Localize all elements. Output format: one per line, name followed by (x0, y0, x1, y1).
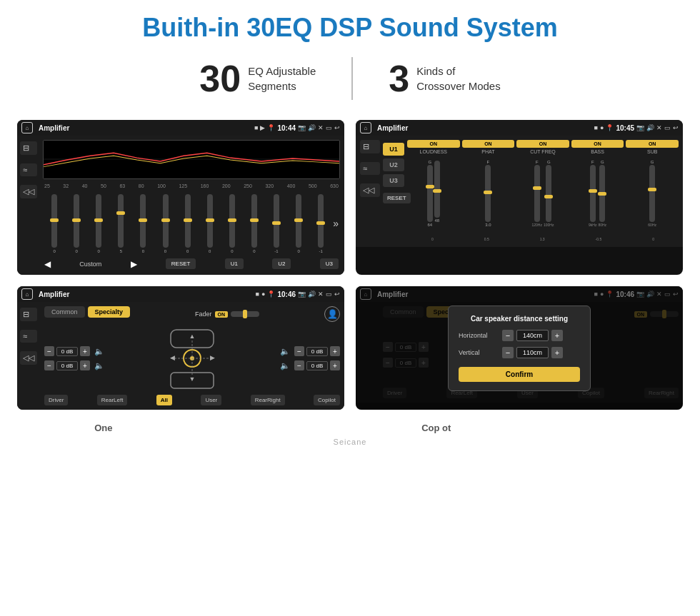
crossover-u3-btn[interactable]: U3 (383, 174, 404, 187)
eq-slider-10[interactable]: -1 (266, 194, 286, 253)
db-minus-br[interactable]: − (294, 360, 304, 370)
db-minus-tr[interactable]: − (294, 346, 304, 356)
vertical-plus-btn[interactable]: + (551, 347, 563, 358)
speaker-tune-icon[interactable]: ⊟ (20, 308, 37, 321)
loudness-slider-g[interactable] (427, 165, 433, 222)
camera-icon-1: 📷 (298, 124, 306, 131)
crossover-u2-btn[interactable]: U2 (383, 158, 404, 171)
modal-row-vertical: Vertical − 110cm + (459, 347, 580, 358)
btn-user-3[interactable]: User (201, 395, 221, 405)
speaker-vol-icon[interactable]: ◁◁ (20, 351, 37, 365)
eq-u1-btn[interactable]: U1 (225, 258, 244, 269)
crossover-channels: ON LOUDNESS ON PHAT ON CUT FREQ ON (407, 140, 679, 243)
btn-rearright-3[interactable]: RearRight (251, 395, 285, 405)
phat-sliders: F 3.0 (462, 157, 515, 236)
crossover-reset-btn[interactable]: RESET (383, 193, 411, 203)
btn-all-3[interactable]: All (156, 395, 172, 405)
loudness-slider-2[interactable] (434, 161, 440, 218)
freq-400: 400 (287, 183, 296, 188)
eq-slider-7[interactable]: 0 (200, 194, 220, 253)
volume-icon-2: 🔊 (646, 124, 654, 131)
eq-slider-2[interactable]: 0 (89, 194, 109, 253)
vertical-minus-btn[interactable]: − (502, 347, 514, 358)
eq-scroll-right[interactable]: » (333, 218, 339, 229)
location-icon-1: 📍 (267, 124, 275, 131)
status-icons-3: ■ ● 📍 10:46 📷 🔊 ✕ ▭ ↩ (256, 291, 340, 298)
sub-slider[interactable] (649, 165, 655, 222)
app-title-1: Amplifier (39, 124, 251, 132)
horizontal-plus-btn[interactable]: + (551, 330, 563, 341)
home-icon-3[interactable]: ⌂ (21, 288, 33, 300)
bass-slider-f[interactable] (590, 165, 596, 222)
app-title-2: Amplifier (377, 124, 591, 132)
confirm-btn[interactable]: Confirm (459, 367, 580, 382)
loudness-on-btn[interactable]: ON (407, 140, 460, 148)
camera-icon-3: 📷 (298, 291, 306, 298)
eq-slider-12[interactable]: -1 (311, 194, 331, 253)
crossover-tune-icon[interactable]: ⊟ (360, 140, 380, 153)
crossover-u1-btn[interactable]: U1 (383, 143, 404, 156)
bass-on-btn[interactable]: ON (571, 140, 624, 148)
db-control-bl: − 0 dB + 🔈 (44, 360, 104, 370)
tab-common-3[interactable]: Common (44, 306, 85, 318)
eq-wave-icon[interactable]: ≈ (20, 163, 37, 176)
speaker-wave-icon[interactable]: ≈ (20, 330, 37, 343)
eq-slider-4[interactable]: 0 (133, 194, 153, 253)
cutfreq-slider-f[interactable] (534, 165, 540, 222)
eq-slider-9[interactable]: 0 (244, 194, 264, 253)
svg-text:◀: ◀ (170, 354, 175, 361)
phat-on-btn[interactable]: ON (462, 140, 515, 148)
eq-slider-0[interactable]: 0 (44, 194, 64, 253)
volume-icon-3: 🔊 (308, 291, 316, 298)
profile-icon-3[interactable]: 👤 (324, 306, 340, 322)
db-plus-br[interactable]: + (330, 360, 340, 370)
speaker-content: ⊟ ≈ ◁◁ Common Specialty Fader ON (17, 302, 344, 410)
db-plus-tr[interactable]: + (330, 346, 340, 356)
crossover-vol-icon[interactable]: ◁◁ (360, 183, 380, 197)
home-icon-1[interactable]: ⌂ (21, 122, 33, 133)
sub-on-btn[interactable]: ON (626, 140, 679, 148)
crossover-wave-icon[interactable]: ≈ (360, 162, 380, 175)
eq-slider-8[interactable]: 0 (222, 194, 242, 253)
cutfreq-on-btn[interactable]: ON (516, 140, 569, 148)
eq-vol-icon[interactable]: ◁◁ (20, 185, 37, 198)
horizontal-minus-btn[interactable]: − (502, 330, 514, 341)
eq-prev-btn[interactable]: ◀ (44, 259, 51, 269)
phat-label: PHAT (481, 149, 494, 154)
status-icons-2: ■ ● 📍 10:45 📷 🔊 ✕ ▭ ↩ (594, 124, 679, 132)
stat-crossover-label: Kinds of Crossover Modes (416, 64, 501, 94)
btn-rearleft-3[interactable]: RearLeft (97, 395, 128, 405)
eq-slider-6[interactable]: 0 (178, 194, 198, 253)
btn-driver-3[interactable]: Driver (44, 395, 68, 405)
db-plus-bl[interactable]: + (80, 360, 90, 370)
sub-sliders: G 60Hz (626, 157, 679, 236)
eq-u2-btn[interactable]: U2 (272, 258, 291, 269)
eq-tune-icon[interactable]: ⊟ (20, 141, 37, 155)
eq-reset-btn[interactable]: RESET (166, 258, 196, 269)
tab-specialty-3[interactable]: Specialty (88, 306, 131, 318)
volume-icon-1: 🔊 (308, 124, 316, 131)
modal-row-horizontal: Horizontal − 140cm + (459, 330, 580, 341)
cutfreq-slider-g[interactable] (546, 165, 551, 222)
horizontal-value: 140cm (516, 330, 549, 341)
loudness-label: LOUDNESS (420, 149, 448, 154)
eq-u3-btn[interactable]: U3 (320, 258, 339, 269)
eq-slider-5[interactable]: 0 (155, 194, 175, 253)
home-icon-2[interactable]: ⌂ (360, 122, 371, 133)
db-minus-tl[interactable]: − (44, 346, 54, 356)
back-icon-1: ↩ (334, 124, 340, 131)
eq-slider-3[interactable]: 5 (111, 194, 131, 253)
db-minus-bl[interactable]: − (44, 360, 54, 370)
btn-copilot-3[interactable]: Copilot (314, 395, 340, 405)
eq-side-icons: ⊟ ≈ ◁◁ (20, 141, 37, 198)
db-value-tr: 0 dB (306, 347, 328, 356)
freq-40: 40 (82, 183, 88, 188)
phat-slider[interactable] (485, 165, 491, 222)
eq-slider-1[interactable]: 0 (66, 194, 86, 253)
bass-slider-g[interactable] (599, 165, 605, 222)
freq-320: 320 (265, 183, 274, 188)
db-plus-tl[interactable]: + (80, 346, 90, 356)
fader-slider[interactable] (231, 311, 259, 317)
eq-next-btn[interactable]: ▶ (131, 259, 137, 269)
eq-slider-11[interactable]: 0 (289, 194, 309, 253)
